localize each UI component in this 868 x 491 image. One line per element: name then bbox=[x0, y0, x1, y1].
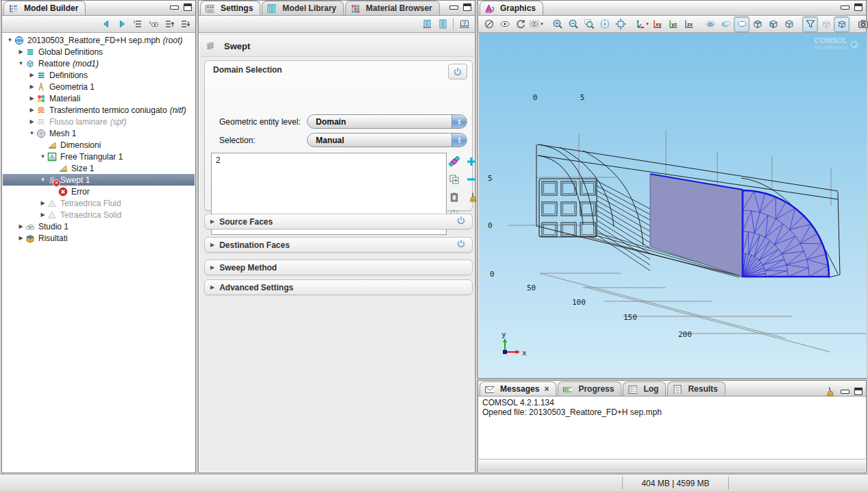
show-options-icon[interactable] bbox=[145, 16, 161, 32]
remove-from-selection-icon[interactable] bbox=[463, 171, 479, 187]
go-back-icon[interactable] bbox=[98, 16, 114, 32]
add-to-selection-icon[interactable] bbox=[463, 153, 479, 169]
expand-icon[interactable]: ▶ bbox=[27, 118, 36, 125]
domain-selection-power-button[interactable] bbox=[448, 64, 467, 79]
collapse-icon[interactable]: ▼ bbox=[5, 37, 14, 43]
transparency-icon[interactable] bbox=[718, 16, 734, 32]
zoom-selected-icon[interactable] bbox=[597, 16, 612, 32]
tree-item-geometria-1[interactable]: ▶Geometria 1 bbox=[3, 81, 195, 92]
tab-material-browser[interactable]: Material Browser bbox=[345, 1, 440, 15]
maximize-button[interactable] bbox=[184, 3, 192, 11]
collapse-icon[interactable]: ▼ bbox=[16, 60, 25, 66]
tree-item-reattore[interactable]: ▼Reattore(mod1) bbox=[3, 58, 195, 69]
expand-icon[interactable]: ▶ bbox=[210, 242, 214, 248]
clear-selection-icon[interactable] bbox=[463, 189, 479, 205]
activate-selection-icon[interactable] bbox=[446, 153, 462, 169]
expand-icon[interactable]: ▶ bbox=[27, 107, 36, 113]
tab-results[interactable]: Results bbox=[667, 381, 725, 396]
tree-item-risultati[interactable]: ▶Risultati bbox=[3, 232, 195, 244]
expand-icon[interactable]: ▶ bbox=[16, 49, 25, 55]
section-power-icon[interactable] bbox=[456, 238, 467, 251]
view-zx-icon[interactable]: zx bbox=[681, 16, 697, 32]
expand-icon[interactable]: ▶ bbox=[27, 84, 36, 90]
tree-item-trasferimento-termico-coniugato[interactable]: ▶Trasferimento termico coniugato(nitf) bbox=[3, 104, 195, 116]
paste-selection-icon[interactable] bbox=[446, 189, 462, 205]
expand-icon[interactable]: ▶ bbox=[27, 95, 36, 101]
collapse-icon[interactable]: ▼ bbox=[38, 177, 47, 183]
minimize-button[interactable] bbox=[449, 5, 458, 10]
view-xy-icon[interactable]: xy bbox=[649, 16, 665, 32]
show-all-objects-icon[interactable] bbox=[702, 16, 718, 32]
selected-domain-entry[interactable]: 2 bbox=[216, 155, 442, 165]
tree-item-tetraedrica-fluid[interactable]: ▶Tetraedrica Fluid bbox=[3, 197, 195, 209]
move-down-icon[interactable] bbox=[177, 16, 193, 32]
go-forward-icon[interactable] bbox=[114, 16, 129, 32]
zoom-out-icon[interactable] bbox=[565, 16, 581, 32]
selection-select[interactable]: Manual ▲▼ bbox=[307, 133, 467, 147]
cube-top-face-icon[interactable] bbox=[749, 16, 765, 32]
selection-filter-icon[interactable] bbox=[802, 16, 818, 32]
tree-item-swept-1[interactable]: ▼×Swept 1 bbox=[3, 174, 195, 186]
graphics-canvas[interactable]: COMSOLMULTIPHYSICS0550050100150200yx bbox=[479, 33, 865, 377]
geometric-entity-level-select[interactable]: Domain ▲▼ bbox=[307, 114, 467, 129]
tree-item-20130503-reattore-fd-h-sep-mph[interactable]: ▼20130503_Reattore_FD+H sep.mph(root) bbox=[3, 34, 195, 46]
section-advanced-settings[interactable]: ▶Advanced Settings bbox=[204, 279, 473, 295]
tree-item-tetraedrica-solid[interactable]: ▶Tetraedrica Solid bbox=[3, 209, 195, 221]
copy-selection-icon[interactable] bbox=[446, 171, 462, 187]
zoom-extents-icon[interactable] bbox=[612, 16, 628, 32]
collapse-icon[interactable]: ▼ bbox=[27, 130, 36, 136]
build-selected-icon[interactable] bbox=[419, 16, 434, 32]
messages-scrollbar-track[interactable] bbox=[479, 459, 865, 472]
expand-icon[interactable]: ▶ bbox=[210, 218, 214, 225]
section-source-faces[interactable]: ▶Source Faces bbox=[204, 214, 473, 229]
section-power-icon[interactable] bbox=[456, 215, 467, 228]
3d-scene[interactable]: COMSOLMULTIPHYSICS0550050100150200yx bbox=[479, 33, 867, 378]
opaque-surface-icon[interactable] bbox=[734, 16, 749, 32]
build-all-icon[interactable] bbox=[434, 16, 450, 32]
expand-icon[interactable]: ▶ bbox=[27, 72, 36, 78]
tree-item-dimensioni[interactable]: Dimensioni bbox=[3, 139, 195, 151]
show-hidden-icon[interactable] bbox=[834, 16, 850, 32]
zoom-in-icon[interactable] bbox=[549, 16, 565, 32]
move-up-icon[interactable] bbox=[161, 16, 177, 32]
expand-icon[interactable]: ▶ bbox=[38, 200, 47, 206]
minimize-button[interactable] bbox=[170, 5, 179, 10]
reset-hiding-icon[interactable] bbox=[512, 16, 528, 32]
expand-icon[interactable]: ▶ bbox=[16, 235, 25, 241]
tab-settings[interactable]: Settings bbox=[200, 1, 260, 15]
tree-item-error[interactable]: Error bbox=[3, 186, 195, 197]
collapse-all-icon[interactable] bbox=[129, 16, 145, 32]
cube-corner-icon[interactable] bbox=[781, 16, 797, 32]
view-yz-icon[interactable]: yz bbox=[665, 16, 681, 32]
tab-log[interactable]: Log bbox=[623, 381, 666, 396]
visibility-icon[interactable] bbox=[497, 16, 512, 32]
collapse-icon[interactable]: ▼ bbox=[38, 153, 47, 160]
close-tab-icon[interactable]: × bbox=[544, 384, 549, 394]
help-icon[interactable]: ? bbox=[456, 16, 472, 32]
minimize-button[interactable] bbox=[841, 390, 850, 394]
tree-item-materiali[interactable]: ▶Materiali bbox=[3, 92, 195, 104]
maximize-button[interactable] bbox=[854, 3, 863, 11]
expand-icon[interactable]: ▶ bbox=[38, 212, 47, 218]
tree-item-studio-1[interactable]: ▶Studio 1 bbox=[3, 221, 195, 232]
tab-messages[interactable]: Messages× bbox=[480, 381, 556, 396]
maximize-button[interactable] bbox=[463, 3, 471, 11]
tree-item-global-definitions[interactable]: ▶Global Definitions bbox=[3, 46, 195, 58]
snapshot-icon[interactable] bbox=[855, 16, 868, 32]
maximize-button[interactable] bbox=[854, 388, 863, 395]
tab-model-library[interactable]: Model Library bbox=[262, 1, 344, 15]
view-menu-icon[interactable]: ▾ bbox=[528, 16, 544, 32]
cube-split-icon[interactable] bbox=[765, 16, 781, 32]
expand-icon[interactable]: ▶ bbox=[210, 284, 214, 290]
section-destination-faces[interactable]: ▶Destination Faces bbox=[204, 237, 473, 253]
expand-icon[interactable]: ▶ bbox=[210, 264, 214, 270]
model-builder-tab[interactable]: Model Builder bbox=[3, 1, 86, 15]
expand-icon[interactable]: ▶ bbox=[16, 223, 25, 229]
tree-item-flusso-laminare[interactable]: ▶Flusso laminare(spf) bbox=[3, 116, 195, 127]
section-sweep-method[interactable]: ▶Sweep Method bbox=[204, 260, 473, 275]
tree-item-mesh-1[interactable]: ▼Mesh 1 bbox=[3, 127, 195, 139]
tab-progress[interactable]: Progress bbox=[558, 381, 621, 396]
minimize-button[interactable] bbox=[841, 5, 850, 10]
hide-objects-icon[interactable] bbox=[818, 16, 834, 32]
hide-selected-icon[interactable] bbox=[481, 16, 497, 32]
